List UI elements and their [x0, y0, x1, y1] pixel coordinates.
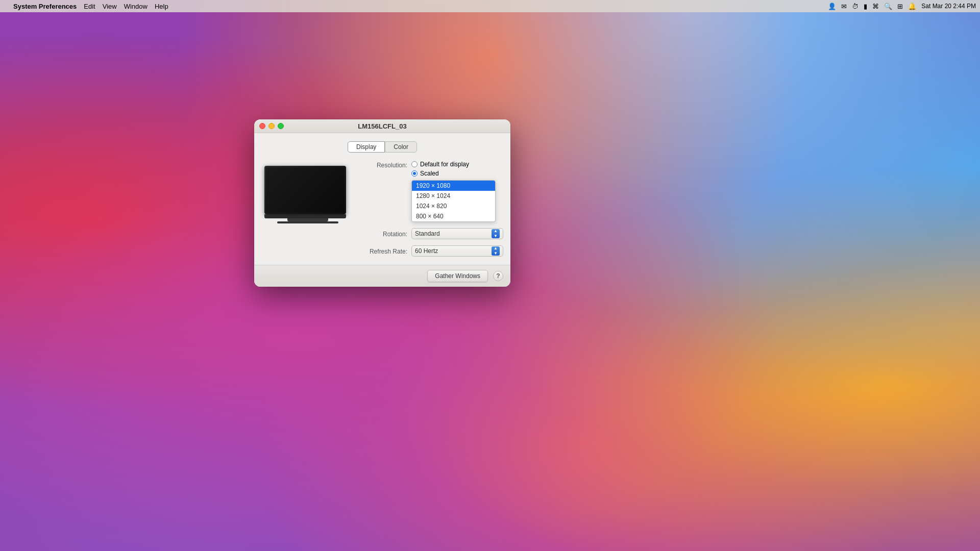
minimize-button[interactable] [268, 123, 275, 129]
menubar-left: System Preferences Edit View Window Help [4, 3, 828, 10]
people-icon: 👤 [828, 3, 836, 10]
monitor-preview [264, 161, 351, 257]
help-button[interactable]: ? [493, 271, 503, 281]
menubar-help[interactable]: Help [155, 3, 168, 10]
resolution-scaled-label: Scaled [420, 170, 439, 177]
close-button[interactable] [259, 123, 265, 129]
rotation-label: Rotation: [361, 230, 407, 238]
refresh-rate-row: Refresh Rate: 60 Hertz ▲ ▼ [361, 245, 503, 257]
display-preferences-window: LM156LCFL_03 Display Color [254, 119, 510, 287]
tab-bar: Display Color [264, 141, 500, 153]
resolution-scaled-option[interactable]: Scaled [411, 170, 496, 177]
refresh-rate-select[interactable]: 60 Hertz ▲ ▼ [411, 245, 503, 257]
resolution-default-label: Default for display [420, 161, 469, 168]
refresh-rate-value: 60 Hertz [415, 247, 492, 255]
tv-screen [264, 166, 346, 214]
tv-image [264, 166, 351, 222]
resolution-dropdown-list[interactable]: 980 × 551 1280 × 1024 1024 × 820 800 ×… [411, 180, 496, 222]
resolution-option-800[interactable]: 800 × 640 [412, 211, 495, 221]
resolution-scaled-radio[interactable] [411, 170, 418, 177]
menubar-edit[interactable]: Edit [84, 3, 95, 10]
time-machine-icon: ⏱ [852, 3, 859, 10]
resolution-option-1280[interactable]: 1280 × 1024 [412, 191, 495, 201]
rotation-row: Rotation: Standard ▲ ▼ [361, 228, 503, 239]
notification-icon[interactable]: 🔔 [908, 3, 916, 10]
display-controls: Resolution: Default for display Scaled [361, 161, 503, 257]
tab-color[interactable]: Color [385, 141, 417, 153]
resolution-default-radio[interactable] [411, 161, 418, 167]
search-icon[interactable]: 🔍 [884, 3, 892, 10]
display-panel: Resolution: Default for display Scaled [264, 161, 500, 257]
resolution-default-option[interactable]: Default for display [411, 161, 496, 168]
menubar: System Preferences Edit View Window Help… [0, 0, 980, 12]
window-title: LM156LCFL_03 [358, 122, 406, 130]
resolution-label: Resolution: [361, 161, 407, 169]
control-center-icon[interactable]: ⊞ [897, 3, 903, 10]
menubar-app-name[interactable]: System Preferences [13, 3, 77, 10]
window-footer: Gather Windows ? [254, 265, 510, 287]
resolution-radio-group: Default for display Scaled 980 × 551 1… [411, 161, 496, 222]
menubar-view[interactable]: View [103, 3, 117, 10]
window-controls [259, 123, 284, 129]
wifi-icon: ⌘ [872, 3, 879, 10]
tab-display[interactable]: Display [348, 141, 385, 153]
tv-bezel [264, 214, 346, 218]
gather-windows-button[interactable]: Gather Windows [427, 270, 488, 282]
resolution-dropdown[interactable]: 980 × 551 1280 × 1024 1024 × 820 800 ×… [411, 180, 496, 222]
menubar-right: 👤 ✉ ⏱ ▮ ⌘ 🔍 ⊞ 🔔 Sat Mar 20 2:44 PM [828, 3, 976, 10]
battery-icon: ▮ [864, 3, 867, 10]
mail-icon: ✉ [841, 3, 847, 10]
refresh-rate-label: Refresh Rate: [361, 247, 407, 255]
menubar-window[interactable]: Window [124, 3, 148, 10]
tv-base [277, 221, 338, 223]
window-content: Display Color Resolution: [254, 133, 510, 265]
refresh-rate-arrows-icon: ▲ ▼ [492, 246, 500, 256]
resolution-option-1024[interactable]: 1024 × 820 [412, 201, 495, 211]
rotation-arrows-icon: ▲ ▼ [492, 229, 500, 238]
resolution-option-1920[interactable]: 980 × 551 [412, 181, 495, 191]
rotation-select[interactable]: Standard ▲ ▼ [411, 228, 503, 239]
menubar-time: Sat Mar 20 2:44 PM [921, 3, 976, 10]
maximize-button[interactable] [278, 123, 284, 129]
resolution-row: Resolution: Default for display Scaled [361, 161, 503, 222]
rotation-value: Standard [415, 230, 492, 237]
window-titlebar: LM156LCFL_03 [254, 119, 510, 133]
